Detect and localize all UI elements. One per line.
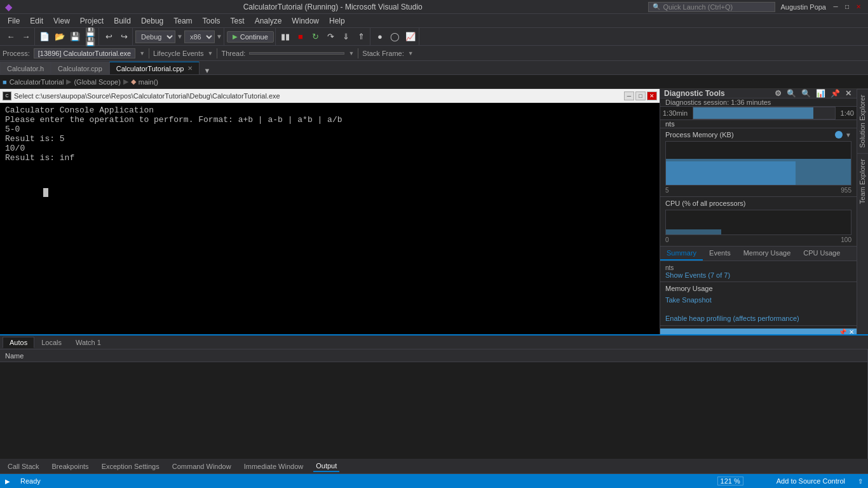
user-label: Augustin Popa	[780, 3, 826, 11]
stack-frame-label: Stack Frame:	[362, 50, 403, 57]
heap-profiling-link[interactable]: Enable heap profiling (affects performan…	[665, 315, 799, 322]
menu-window[interactable]: Window	[287, 15, 324, 27]
menu-edit[interactable]: Edit	[25, 15, 48, 27]
minimize-button[interactable]: ─	[831, 3, 840, 11]
bottom-tab-callstack[interactable]: Call Stack	[5, 461, 42, 471]
console-window-controls[interactable]: ─ □ ✕	[624, 92, 657, 100]
bottom-tab-exception-settings[interactable]: Exception Settings	[99, 461, 162, 471]
menu-analyze[interactable]: Analyze	[250, 15, 287, 27]
diag-button[interactable]: 📈	[403, 30, 417, 44]
menu-debug[interactable]: Debug	[136, 15, 168, 27]
tab-overflow-button[interactable]: ▼	[200, 67, 214, 74]
status-indicator-icon: ▶	[5, 478, 10, 485]
console-line-7: Result is: inf	[5, 153, 654, 163]
console-minimize-button[interactable]: ─	[624, 92, 634, 100]
console-line-4: 5-0	[5, 125, 654, 134]
autos-tab-watch1[interactable]: Watch 1	[69, 337, 108, 348]
autos-tab-autos[interactable]: Autos	[3, 337, 34, 348]
breadcrumb-sep2: ▶	[123, 78, 128, 86]
memory-toggle-icon[interactable]: ▼	[845, 132, 851, 139]
show-events-link[interactable]: Show Events (7 of 7)	[665, 271, 730, 279]
editor-breadcrumb: ■ CalculatorTutorial ▶ (Global Scope) ▶ …	[0, 75, 868, 89]
forward-button[interactable]: →	[19, 30, 33, 44]
diag-tab-memory-usage[interactable]: Memory Usage	[737, 247, 797, 261]
tab-label-calculatortutorial-cpp: CalculatorTutorial.cpp	[116, 65, 184, 72]
breadcrumb-function[interactable]: main()	[139, 78, 158, 86]
events-label: nts	[665, 120, 675, 128]
console-output[interactable]: Calculator Console Application Please en…	[0, 103, 660, 334]
tab-calculator-cpp[interactable]: Calculator.cpp	[51, 62, 109, 74]
lifecycle-events-button[interactable]: Lifecycle Events	[153, 50, 203, 57]
diag-pin-icon[interactable]: 📌	[839, 329, 846, 334]
perf-button[interactable]: ◯	[388, 30, 402, 44]
bottom-tab-breakpoints[interactable]: Breakpoints	[50, 461, 92, 471]
tab-calculatortutorial-cpp[interactable]: CalculatorTutorial.cpp ✕	[109, 62, 200, 74]
new-file-button[interactable]: 📄	[37, 30, 51, 44]
cpu-value-right: 100	[841, 236, 851, 243]
menu-help[interactable]: Help	[324, 15, 350, 27]
breadcrumb-scope[interactable]: (Global Scope)	[74, 78, 120, 86]
step-into-button[interactable]: ⇓	[339, 30, 353, 44]
file-ops-group: 📄 📂 💾 💾💾	[36, 28, 99, 45]
open-file-button[interactable]: 📂	[53, 30, 67, 44]
diag-pin-button[interactable]: 📌	[829, 89, 841, 98]
bottom-tab-command-window[interactable]: Command Window	[170, 461, 234, 471]
maximize-button[interactable]: □	[843, 3, 851, 11]
step-out-button[interactable]: ⇑	[355, 30, 369, 44]
add-to-source-control-link[interactable]: Add to Source Control	[776, 477, 845, 485]
breakpoints-button[interactable]: ●	[373, 30, 387, 44]
menu-tools[interactable]: Tools	[198, 15, 226, 27]
timeline-bar[interactable]	[693, 107, 835, 119]
redo-button[interactable]: ↪	[117, 30, 131, 44]
save-all-button[interactable]: 💾💾	[83, 30, 97, 44]
show-events-area: nts Show Events (7 of 7)	[660, 261, 857, 282]
diag-tab-summary[interactable]: Summary	[660, 247, 703, 261]
debug-config-arrow-icon: ▼	[177, 33, 183, 40]
diag-tab-cpu-usage[interactable]: CPU Usage	[797, 247, 846, 261]
bottom-tab-output[interactable]: Output	[313, 461, 339, 472]
undo-button[interactable]: ↩	[102, 30, 116, 44]
bottom-tab-immediate-window[interactable]: Immediate Window	[241, 461, 306, 471]
console-close-button[interactable]: ✕	[647, 92, 657, 100]
console-line-3: Please enter the operation to perform. F…	[5, 115, 654, 125]
team-explorer-tab[interactable]: Team Explorer	[857, 153, 868, 209]
toolbar-divider	[149, 48, 149, 58]
tab-calculator-h[interactable]: Calculator.h	[0, 62, 51, 74]
console-restore-button[interactable]: □	[635, 92, 646, 100]
diag-bar-close-icon[interactable]: ✕	[849, 329, 854, 334]
solution-explorer-tab[interactable]: Solution Explorer	[857, 89, 868, 153]
window-controls[interactable]: ─ □ ✕	[831, 3, 863, 11]
back-button[interactable]: ←	[4, 30, 18, 44]
menu-test[interactable]: Test	[226, 15, 250, 27]
restart-button[interactable]: ↻	[309, 30, 323, 44]
diag-settings-icon[interactable]: ⚙	[773, 89, 783, 98]
continue-group: ▶ Continue	[226, 28, 276, 45]
platform-dropdown[interactable]: x86	[184, 30, 215, 43]
close-button[interactable]: ✕	[854, 3, 863, 11]
diag-close-button[interactable]: ✕	[844, 89, 853, 98]
step-over-button[interactable]: ↷	[324, 30, 338, 44]
menu-view[interactable]: View	[48, 15, 75, 27]
pause-button[interactable]: ▮▮	[278, 30, 292, 44]
menu-build[interactable]: Build	[109, 15, 136, 27]
tab-close-icon[interactable]: ✕	[187, 65, 193, 72]
diag-zoom-out-icon[interactable]: 🔍	[800, 89, 812, 98]
menu-file[interactable]: File	[3, 15, 25, 27]
continue-button[interactable]: ▶ Continue	[227, 31, 274, 43]
diag-zoom-in-icon[interactable]: 🔍	[785, 89, 797, 98]
diag-graph-icon[interactable]: 📊	[815, 89, 827, 98]
menu-project[interactable]: Project	[75, 15, 109, 27]
stop-button[interactable]: ■	[294, 30, 308, 44]
autos-tab-bar: Autos Locals Watch 1	[0, 336, 868, 349]
breadcrumb-project[interactable]: CalculatorTutorial	[10, 78, 64, 86]
quick-launch-search[interactable]: 🔍 Quick Launch (Ctrl+Q)	[648, 2, 775, 12]
menu-team[interactable]: Team	[168, 15, 197, 27]
save-button[interactable]: 💾	[68, 30, 82, 44]
diag-tab-events[interactable]: Events	[703, 247, 737, 261]
toolbar-divider2	[217, 48, 217, 58]
session-label: Diagnostics session: 1:36 minutes	[665, 98, 771, 106]
debug-config-dropdown[interactable]: Debug	[135, 30, 175, 43]
take-snapshot-link[interactable]: Take Snapshot	[665, 295, 851, 305]
memory-label: Process Memory (KB)	[665, 131, 734, 139]
autos-tab-locals[interactable]: Locals	[34, 337, 69, 348]
